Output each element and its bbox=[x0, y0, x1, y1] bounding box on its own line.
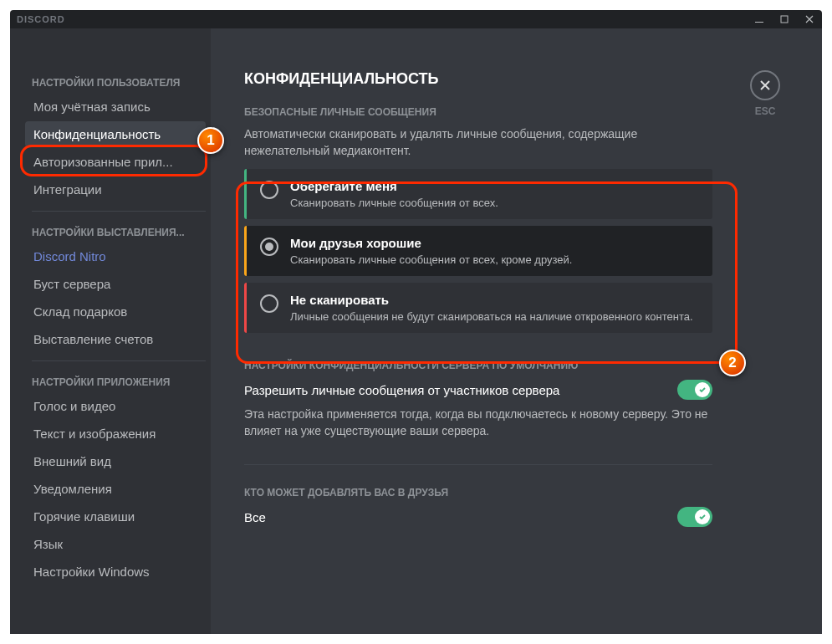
content-divider bbox=[244, 464, 712, 465]
radio-desc: Личные сообщения не будут сканироваться … bbox=[290, 310, 699, 323]
friends-header: КТО МОЖЕТ ДОБАВЛЯТЬ ВАС В ДРУЗЬЯ bbox=[244, 487, 712, 498]
sidebar-item-text-images[interactable]: Текст и изображения bbox=[25, 421, 206, 447]
minimize-button[interactable] bbox=[753, 13, 765, 25]
sidebar-item-billing[interactable]: Выставление счетов bbox=[25, 326, 206, 352]
allow-server-dm-toggle[interactable] bbox=[677, 380, 712, 400]
close-icon bbox=[750, 70, 780, 100]
radio-title: Оберегайте меня bbox=[290, 179, 699, 193]
settings-content: ESC КОНФИДЕНЦИАЛЬНОСТЬ БЕЗОПАСНЫЕ ЛИЧНЫЕ… bbox=[211, 28, 822, 634]
annotation-marker-1: 1 bbox=[197, 127, 224, 154]
check-icon bbox=[698, 386, 707, 394]
radio-icon bbox=[260, 294, 278, 313]
sidebar-section-user: НАСТРОЙКИ ПОЛЬЗОВАТЕЛЯ bbox=[25, 70, 206, 94]
check-icon bbox=[698, 513, 707, 521]
svg-rect-0 bbox=[755, 22, 763, 23]
radio-desc: Сканировать личные сообщения от всех, кр… bbox=[290, 253, 699, 266]
radio-icon bbox=[260, 238, 278, 256]
window-controls bbox=[753, 13, 815, 25]
settings-sidebar: НАСТРОЙКИ ПОЛЬЗОВАТЕЛЯ Моя учётная запис… bbox=[10, 28, 211, 634]
close-settings-button[interactable]: ESC bbox=[750, 70, 780, 117]
sidebar-item-authorized-apps[interactable]: Авторизованные прил... bbox=[25, 149, 206, 175]
sidebar-item-language[interactable]: Язык bbox=[25, 531, 206, 557]
maximize-button[interactable] bbox=[778, 13, 790, 25]
safe-dm-description: Автоматически сканировать и удалять личн… bbox=[244, 126, 712, 159]
close-label: ESC bbox=[755, 105, 776, 117]
server-privacy-title: Разрешить личные сообщения от участников… bbox=[244, 383, 559, 397]
sidebar-item-gift-inventory[interactable]: Склад подарков bbox=[25, 299, 206, 325]
safe-dm-header: БЕЗОПАСНЫЕ ЛИЧНЫЕ СООБЩЕНИЯ bbox=[244, 106, 712, 118]
sidebar-section-billing: НАСТРОЙКИ ВЫСТАВЛЕНИЯ... bbox=[25, 220, 206, 243]
safe-dm-radio-group: Оберегайте меня Сканировать личные сообщ… bbox=[244, 169, 712, 333]
sidebar-divider bbox=[32, 360, 206, 361]
sidebar-item-privacy[interactable]: Конфиденциальность bbox=[25, 121, 206, 147]
sidebar-section-app: НАСТРОЙКИ ПРИЛОЖЕНИЯ bbox=[25, 370, 206, 393]
radio-desc: Сканировать личные сообщения от всех. bbox=[290, 197, 699, 209]
radio-icon bbox=[260, 181, 278, 199]
radio-friends-nice[interactable]: Мои друзья хорошие Сканировать личные со… bbox=[244, 226, 712, 276]
titlebar-brand: DISCORD bbox=[17, 14, 65, 24]
sidebar-item-server-boost[interactable]: Буст сервера bbox=[25, 271, 206, 297]
sidebar-item-notifications[interactable]: Уведомления bbox=[25, 476, 206, 502]
sidebar-item-windows[interactable]: Настройки Windows bbox=[25, 559, 206, 585]
titlebar: DISCORD bbox=[10, 10, 822, 28]
server-privacy-header: НАСТРОЙКИ КОНФИДЕНЦИАЛЬНОСТИ СЕРВЕРА ПО … bbox=[244, 360, 712, 371]
sidebar-divider bbox=[32, 211, 206, 212]
friends-everyone-toggle[interactable] bbox=[677, 507, 712, 527]
sidebar-item-appearance[interactable]: Внешний вид bbox=[25, 448, 206, 474]
radio-title: Мои друзья хорошие bbox=[290, 236, 699, 250]
toggle-knob bbox=[695, 382, 710, 397]
page-title: КОНФИДЕНЦИАЛЬНОСТЬ bbox=[244, 70, 780, 88]
sidebar-item-keybinds[interactable]: Горячие клавиши bbox=[25, 503, 206, 529]
radio-keep-safe[interactable]: Оберегайте меня Сканировать личные сообщ… bbox=[244, 169, 712, 219]
toggle-knob bbox=[695, 509, 710, 524]
radio-no-scan[interactable]: Не сканировать Личные сообщения не будут… bbox=[244, 283, 712, 333]
sidebar-item-integrations[interactable]: Интеграции bbox=[25, 176, 206, 202]
friends-everyone-title: Все bbox=[244, 510, 266, 524]
annotation-marker-2: 2 bbox=[719, 350, 746, 376]
server-privacy-description: Эта настройка применяется тогда, когда в… bbox=[244, 406, 712, 439]
svg-rect-1 bbox=[781, 16, 788, 23]
sidebar-item-voice-video[interactable]: Голос и видео bbox=[25, 393, 206, 419]
sidebar-item-nitro[interactable]: Discord Nitro bbox=[25, 243, 206, 269]
radio-title: Не сканировать bbox=[290, 293, 699, 307]
close-window-button[interactable] bbox=[804, 13, 815, 25]
sidebar-item-account[interactable]: Моя учётная запись bbox=[25, 94, 206, 120]
